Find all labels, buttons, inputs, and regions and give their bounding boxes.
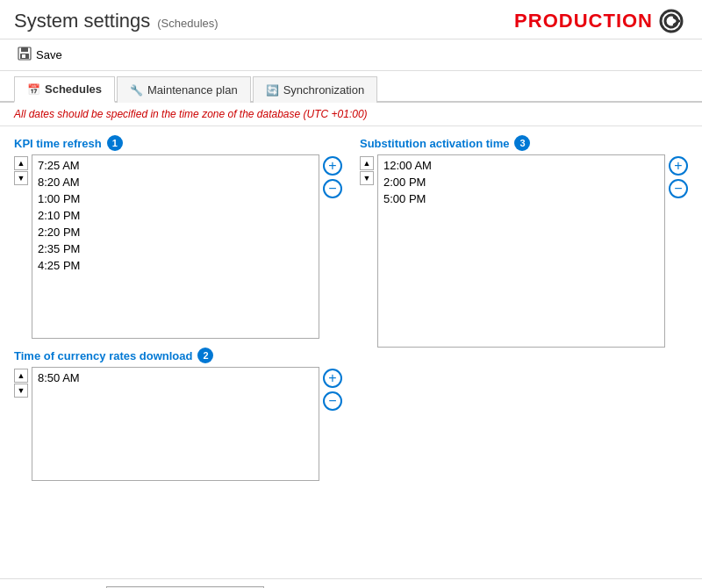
- currency-title-text: Time of currency rates download: [14, 349, 192, 362]
- bottom-fields: Data source: 4 National Bank of PolandEu…: [0, 578, 702, 588]
- currency-spin-down[interactable]: ▼: [14, 384, 28, 398]
- list-item[interactable]: 2:10 PM: [34, 207, 317, 224]
- currency-section: Time of currency rates download 2 ▲ ▼ 8:…: [14, 348, 342, 481]
- substitution-spin-up[interactable]: ▲: [360, 156, 374, 170]
- kpi-badge: 1: [107, 135, 123, 151]
- kpi-add-remove: + −: [323, 154, 342, 339]
- synchronization-icon: 🔄: [266, 84, 279, 97]
- currency-add-button[interactable]: +: [323, 369, 342, 388]
- list-item[interactable]: 1:00 PM: [34, 190, 317, 207]
- substitution-add-button[interactable]: +: [669, 156, 688, 176]
- svg-rect-2: [21, 47, 28, 52]
- svg-rect-4: [22, 54, 25, 58]
- kpi-section: KPI time refresh 1 ▲ ▼ 7:25 AM8:20 AM1:0…: [14, 135, 342, 339]
- currency-remove-button[interactable]: −: [323, 391, 342, 411]
- header-left: System settings (Schedules): [14, 10, 218, 32]
- kpi-spinbox: ▲ ▼: [14, 154, 28, 339]
- logo-icon: [655, 9, 688, 33]
- substitution-spin-down[interactable]: ▼: [360, 171, 374, 185]
- kpi-title-text: KPI time refresh: [14, 137, 102, 150]
- list-item[interactable]: 12:00 AM: [380, 157, 663, 174]
- header: System settings (Schedules) PRODUCTION: [0, 0, 702, 39]
- list-item[interactable]: 2:35 PM: [34, 240, 317, 257]
- kpi-spin-up[interactable]: ▲: [14, 156, 28, 170]
- currency-list-area: ▲ ▼ 8:50 AM + −: [14, 367, 342, 481]
- save-icon: [18, 47, 32, 63]
- substitution-add-remove: + −: [669, 154, 688, 348]
- kpi-list-area: ▲ ▼ 7:25 AM8:20 AM1:00 PM2:10 PM2:20 PM2…: [14, 154, 342, 339]
- save-button[interactable]: Save: [14, 45, 66, 65]
- currency-spinbox: ▲ ▼: [14, 367, 28, 481]
- page-subtitle: (Schedules): [157, 17, 218, 30]
- toolbar: Save: [0, 39, 702, 71]
- currency-badge: 2: [197, 348, 213, 363]
- page-title: System settings: [14, 10, 150, 32]
- substitution-list-area: ▲ ▼ 12:00 AM2:00 PM5:00 PM + −: [360, 154, 688, 348]
- main-content: KPI time refresh 1 ▲ ▼ 7:25 AM8:20 AM1:0…: [0, 126, 702, 578]
- notice: All dates should be specified in the tim…: [0, 103, 702, 126]
- list-item[interactable]: 8:50 AM: [34, 369, 317, 386]
- tab-maintenance-label: Maintenance plan: [147, 83, 238, 97]
- list-item[interactable]: 2:20 PM: [34, 224, 317, 240]
- kpi-add-button[interactable]: +: [323, 156, 342, 176]
- logo-text: PRODUCTION: [514, 10, 653, 32]
- currency-list-box[interactable]: 8:50 AM: [32, 367, 319, 481]
- list-item[interactable]: 4:25 PM: [34, 257, 317, 274]
- substitution-remove-button[interactable]: −: [669, 179, 688, 198]
- kpi-remove-button[interactable]: −: [323, 179, 342, 198]
- schedules-icon: 📅: [27, 83, 40, 96]
- currency-spin-up[interactable]: ▲: [14, 369, 28, 383]
- list-item[interactable]: 2:00 PM: [380, 174, 663, 190]
- logo: PRODUCTION: [514, 9, 688, 33]
- currency-title: Time of currency rates download 2: [14, 348, 342, 363]
- kpi-list-box[interactable]: 7:25 AM8:20 AM1:00 PM2:10 PM2:20 PM2:35 …: [32, 154, 319, 339]
- tab-synchronization-label: Synchronization: [283, 83, 365, 97]
- maintenance-icon: 🔧: [130, 84, 143, 97]
- save-label: Save: [36, 48, 62, 61]
- list-item[interactable]: 8:20 AM: [34, 174, 317, 190]
- tab-maintenance[interactable]: 🔧 Maintenance plan: [117, 76, 251, 103]
- substitution-title: Substitution activation time 3: [360, 135, 688, 151]
- left-column: KPI time refresh 1 ▲ ▼ 7:25 AM8:20 AM1:0…: [14, 135, 342, 570]
- substitution-spinbox: ▲ ▼: [360, 154, 374, 348]
- substitution-badge: 3: [514, 135, 530, 151]
- tab-schedules[interactable]: 📅 Schedules: [14, 76, 115, 103]
- currency-add-remove: + −: [323, 367, 342, 481]
- substitution-section: Substitution activation time 3 ▲ ▼ 12:00…: [360, 135, 688, 348]
- list-item[interactable]: 5:00 PM: [380, 190, 663, 207]
- right-column: Substitution activation time 3 ▲ ▼ 12:00…: [360, 135, 688, 570]
- kpi-title: KPI time refresh 1: [14, 135, 342, 151]
- kpi-spin-down[interactable]: ▼: [14, 171, 28, 185]
- tab-synchronization[interactable]: 🔄 Synchronization: [253, 76, 378, 103]
- substitution-list-box[interactable]: 12:00 AM2:00 PM5:00 PM: [377, 154, 665, 348]
- list-item[interactable]: 7:25 AM: [34, 157, 317, 174]
- substitution-title-text: Substitution activation time: [360, 137, 509, 150]
- tab-schedules-label: Schedules: [45, 82, 102, 96]
- tabs-bar: 📅 Schedules 🔧 Maintenance plan 🔄 Synchro…: [0, 75, 702, 103]
